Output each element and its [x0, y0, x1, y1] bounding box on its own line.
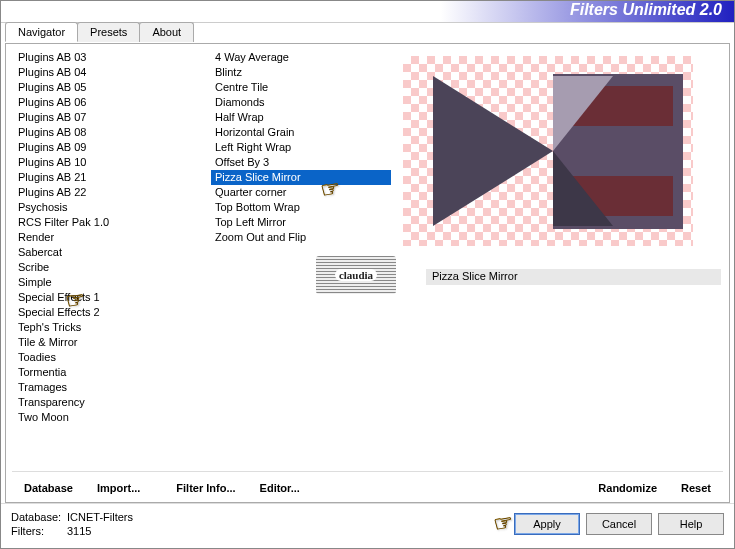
editor-button[interactable]: Editor...: [248, 478, 312, 498]
list-item[interactable]: Quarter corner: [211, 185, 391, 200]
brand-logo: claudia: [316, 256, 396, 294]
reset-button[interactable]: Reset: [669, 478, 723, 498]
list-item[interactable]: Plugins AB 06: [14, 95, 201, 110]
list-item[interactable]: Scribe: [14, 260, 201, 275]
list-item[interactable]: Plugins AB 07: [14, 110, 201, 125]
randomize-button[interactable]: Randomize: [586, 478, 669, 498]
app-title: Filters Unlimited 2.0: [570, 1, 722, 19]
import-button[interactable]: Import...: [85, 478, 152, 498]
list-item[interactable]: Render: [14, 230, 201, 245]
status-bar: Database:ICNET-Filters Filters:3115 Appl…: [1, 503, 734, 543]
list-item[interactable]: Transparency: [14, 395, 201, 410]
list-item[interactable]: Special Effects 2: [14, 305, 201, 320]
tab-strip: Navigator Presets About: [5, 22, 730, 42]
tab-navigator[interactable]: Navigator: [5, 22, 78, 42]
list-item[interactable]: Top Bottom Wrap: [211, 200, 391, 215]
preview-pane: claudia Pizza Slice Mirror: [391, 44, 729, 502]
category-column: Plugins AB 03Plugins AB 04Plugins AB 05P…: [6, 44, 201, 502]
list-item[interactable]: Tile & Mirror: [14, 335, 201, 350]
list-item[interactable]: Horizontal Grain: [211, 125, 391, 140]
list-item[interactable]: Two Moon: [14, 410, 201, 425]
svg-marker-3: [433, 76, 553, 226]
list-item[interactable]: Plugins AB 21: [14, 170, 201, 185]
database-button[interactable]: Database: [12, 478, 85, 498]
list-item[interactable]: Left Right Wrap: [211, 140, 391, 155]
list-item[interactable]: Plugins AB 10: [14, 155, 201, 170]
list-item[interactable]: Plugins AB 03: [14, 50, 201, 65]
category-list[interactable]: Plugins AB 03Plugins AB 04Plugins AB 05P…: [14, 50, 201, 496]
filter-info-button[interactable]: Filter Info...: [164, 478, 247, 498]
list-item[interactable]: Centre Tile: [211, 80, 391, 95]
title-bar: Filters Unlimited 2.0: [1, 1, 734, 23]
list-item[interactable]: Plugins AB 04: [14, 65, 201, 80]
list-item[interactable]: Blintz: [211, 65, 391, 80]
filter-name-label: Pizza Slice Mirror: [426, 269, 721, 285]
list-item[interactable]: Half Wrap: [211, 110, 391, 125]
apply-button[interactable]: Apply: [514, 513, 580, 535]
help-button[interactable]: Help: [658, 513, 724, 535]
list-item[interactable]: Offset By 3: [211, 155, 391, 170]
cancel-button[interactable]: Cancel: [586, 513, 652, 535]
list-item[interactable]: Toadies: [14, 350, 201, 365]
list-item[interactable]: Psychosis: [14, 200, 201, 215]
tab-presets[interactable]: Presets: [77, 22, 140, 42]
list-item[interactable]: 4 Way Average: [211, 50, 391, 65]
list-item[interactable]: Plugins AB 22: [14, 185, 201, 200]
list-item[interactable]: Special Effects 1: [14, 290, 201, 305]
status-info: Database:ICNET-Filters Filters:3115: [11, 510, 133, 538]
list-item[interactable]: Tramages: [14, 380, 201, 395]
list-item[interactable]: Teph's Tricks: [14, 320, 201, 335]
pointer-icon: [492, 508, 516, 537]
list-item[interactable]: Plugins AB 05: [14, 80, 201, 95]
list-item[interactable]: Diamonds: [211, 95, 391, 110]
list-item[interactable]: Plugins AB 08: [14, 125, 201, 140]
list-item[interactable]: RCS Filter Pak 1.0: [14, 215, 201, 230]
preview-image: [403, 56, 693, 246]
list-item[interactable]: Pizza Slice Mirror: [211, 170, 391, 185]
tab-about[interactable]: About: [139, 22, 194, 42]
panel-button-row: Database Import... Filter Info... Editor…: [12, 471, 723, 498]
list-item[interactable]: Top Left Mirror: [211, 215, 391, 230]
list-item[interactable]: Plugins AB 09: [14, 140, 201, 155]
list-item[interactable]: Sabercat: [14, 245, 201, 260]
list-item[interactable]: Simple: [14, 275, 201, 290]
list-item[interactable]: Tormentia: [14, 365, 201, 380]
list-item[interactable]: Zoom Out and Flip: [211, 230, 391, 245]
navigator-panel: Plugins AB 03Plugins AB 04Plugins AB 05P…: [5, 43, 730, 503]
filter-list[interactable]: 4 Way AverageBlintzCentre TileDiamondsHa…: [211, 50, 391, 245]
